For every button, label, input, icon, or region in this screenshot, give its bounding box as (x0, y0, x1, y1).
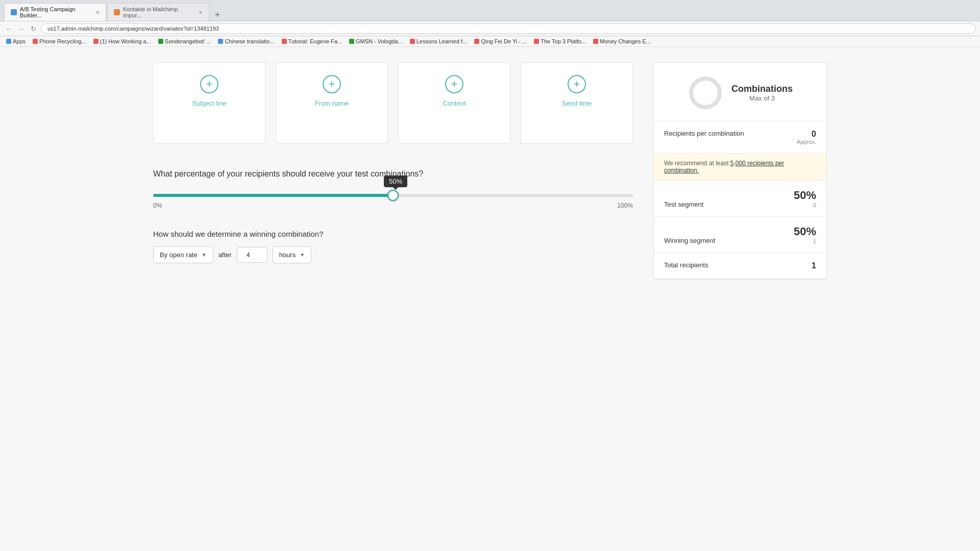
winning-controls: By open rate ▼ after hours ▼ (153, 246, 633, 263)
hours-unit-label: hours (279, 251, 296, 259)
svg-point-0 (691, 79, 720, 107)
bookmark-icon-10 (593, 39, 598, 44)
bookmark-10[interactable]: Money Changes E... (591, 38, 653, 45)
bookmark-icon-apps (6, 39, 11, 44)
combo-card-label-send-time: Send time (562, 99, 592, 107)
tab-inactive[interactable]: Kontakte in Mailchimp impor... ✕ (107, 3, 209, 21)
forward-button[interactable]: → (16, 24, 26, 33)
combo-card-subject-line[interactable]: + Subject line (153, 62, 265, 144)
bookmark-label-6: GMSN - Vologda... (356, 38, 403, 44)
bookmark-label-5: Tutorial: Eugene Fa... (288, 38, 342, 44)
bookmark-8[interactable]: Qing Fei De Yi - ... (472, 38, 529, 45)
bookmark-6[interactable]: GMSN - Vologda... (347, 38, 405, 45)
combinations-text: Combinations Max of 3 (731, 84, 793, 102)
winning-segment-row: Winning segment 50% 1 (654, 217, 826, 253)
bookmark-icon-2 (93, 39, 99, 44)
combinations-header: Combinations Max of 3 (654, 63, 826, 121)
combo-card-label-content: Content (443, 99, 466, 107)
tab-active[interactable]: A/B Testing Campaign Builder... ✕ (4, 3, 106, 21)
tab-label-2: Kontakte in Mailchimp impor... (123, 6, 193, 18)
slider-track[interactable] (153, 194, 633, 197)
bookmark-label-apps: Apps (13, 38, 26, 44)
bookmark-icon-6 (349, 39, 354, 44)
tab-favicon-2 (114, 9, 120, 15)
bookmark-7[interactable]: Lessons Learned f... (408, 38, 470, 45)
left-panel: + Subject line + From name + Content + S… (153, 62, 633, 280)
bookmark-label-8: Qing Fei De Yi - ... (481, 38, 527, 44)
total-recipients-value-block: 1 (812, 261, 816, 270)
recipients-per-combination-value-block: 0 Approx. (797, 130, 816, 145)
combo-card-from-name[interactable]: + From name (276, 62, 388, 144)
browser-chrome: A/B Testing Campaign Builder... ✕ Kontak… (0, 0, 980, 21)
reload-button[interactable]: ↻ (29, 24, 38, 33)
bookmark-label-2: (1) How Working a... (100, 38, 151, 44)
right-panel: Combinations Max of 3 Recipients per com… (653, 62, 827, 280)
winning-segment-pct: 50% (794, 225, 816, 238)
test-segment-pct: 50% (794, 189, 816, 202)
test-segment-label: Test segment (664, 201, 703, 208)
address-bar-row: ← → ↻ us17.admin.mailchimp.com/campaigns… (0, 21, 980, 36)
hours-number-input[interactable] (237, 247, 267, 263)
bookmark-icon-5 (282, 39, 287, 44)
hours-unit-dropdown[interactable]: hours ▼ (273, 246, 311, 263)
bookmark-2[interactable]: (1) How Working a... (91, 38, 153, 45)
winning-method-arrow: ▼ (202, 252, 207, 258)
recommendation-link[interactable]: 5,000 recipients per combination. (664, 160, 784, 174)
tab-close-1[interactable]: ✕ (95, 10, 100, 15)
recommendation-row: We recommend at least 5,000 recipients p… (654, 154, 826, 181)
bookmark-9[interactable]: The Top 3 Platfo... (532, 38, 588, 45)
test-segment-value-block: 50% 0 (794, 189, 816, 208)
total-recipients-label: Total recipients (664, 261, 708, 269)
bookmark-icon-1 (33, 39, 38, 44)
bookmark-label-10: Money Changes E... (600, 38, 651, 44)
bookmarks-bar: Apps Phone Recycling... (1) How Working … (0, 36, 980, 47)
winning-segment-count: 1 (794, 238, 816, 244)
bookmark-icon-9 (534, 39, 539, 44)
bookmark-icon-3 (158, 39, 163, 44)
tab-favicon-1 (11, 9, 17, 15)
winning-question: How should we determine a winning combin… (153, 230, 633, 238)
add-from-name-icon: + (323, 75, 341, 93)
address-box[interactable]: us17.admin.mailchimp.com/campaigns/wizar… (41, 23, 976, 34)
bookmark-3[interactable]: Sonderangebot! ... (156, 38, 213, 45)
add-send-time-icon: + (568, 75, 586, 93)
bookmark-label-3: Sonderangebot! ... (165, 38, 211, 44)
test-segment-row: Test segment 50% 0 (654, 181, 826, 217)
bookmark-label-4: Chinese translatio... (225, 38, 274, 44)
winning-method-label: By open rate (160, 251, 198, 259)
bookmark-icon-7 (410, 39, 415, 44)
back-button[interactable]: ← (4, 24, 13, 33)
bookmark-apps[interactable]: Apps (4, 38, 28, 45)
slider-fill (153, 194, 393, 197)
slider-thumb[interactable] (387, 190, 399, 201)
bookmark-4[interactable]: Chinese translatio... (216, 38, 276, 45)
hours-unit-arrow: ▼ (300, 252, 305, 258)
bookmark-5[interactable]: Tutorial: Eugene Fa... (280, 38, 344, 45)
combinations-subtitle: Max of 3 (731, 94, 793, 102)
winning-segment-label: Winning segment (664, 237, 715, 244)
bookmark-1[interactable]: Phone Recycling... (31, 38, 88, 45)
bookmark-icon-8 (474, 39, 479, 44)
slider-labels: 0% 100% (153, 202, 633, 209)
tab-bar: A/B Testing Campaign Builder... ✕ Kontak… (4, 3, 976, 21)
address-text: us17.admin.mailchimp.com/campaigns/wizar… (47, 26, 219, 32)
combo-card-send-time[interactable]: + Send time (521, 62, 633, 144)
new-tab-button[interactable]: + (211, 9, 224, 21)
tab-close-2[interactable]: ✕ (199, 10, 203, 15)
combo-card-label-from: From name (315, 99, 349, 107)
add-subject-line-icon: + (200, 75, 218, 93)
slider-min-label: 0% (153, 202, 162, 209)
combinations-box: Combinations Max of 3 Recipients per com… (653, 62, 827, 280)
slider-tooltip: 50% (384, 176, 407, 187)
tab-label-1: A/B Testing Campaign Builder... (20, 6, 90, 18)
combo-card-content[interactable]: + Content (398, 62, 510, 144)
winning-segment-value-block: 50% 1 (794, 225, 816, 244)
add-content-icon: + (445, 75, 463, 93)
after-label: after (218, 251, 232, 259)
winning-method-dropdown[interactable]: By open rate ▼ (153, 246, 213, 263)
recipients-per-combination-approx: Approx. (797, 139, 816, 145)
combo-card-label-subject: Subject line (192, 99, 226, 107)
test-segment-count: 0 (794, 202, 816, 208)
main-content: + Subject line + From name + Content + S… (133, 47, 847, 295)
total-recipients-row: Total recipients 1 (654, 253, 826, 279)
